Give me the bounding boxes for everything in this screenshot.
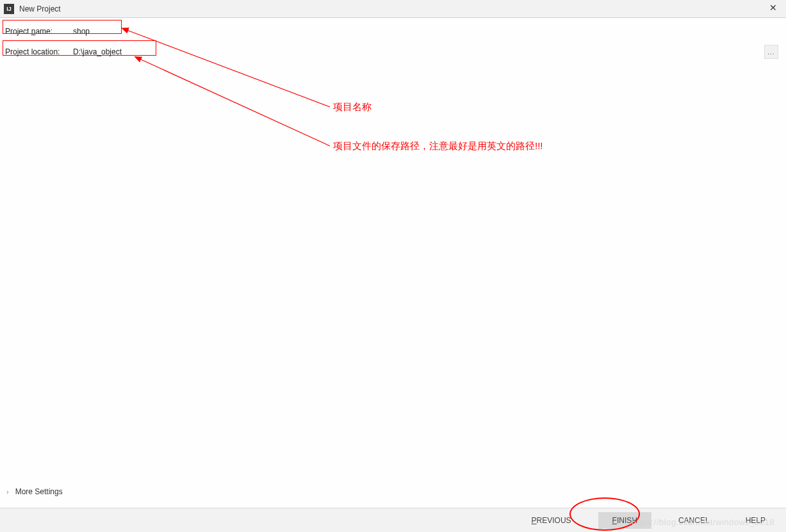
more-settings-toggle[interactable]: › More Settings xyxy=(6,487,63,496)
project-location-row: Project location: ... xyxy=(0,44,786,60)
project-name-label: Project name: xyxy=(5,27,69,36)
window-title: New Project xyxy=(19,4,61,13)
label-part: ame: xyxy=(35,27,53,36)
help-button[interactable]: HELP xyxy=(737,512,774,529)
project-location-label: Project location: xyxy=(5,47,69,56)
more-settings-label: More Settings xyxy=(15,487,63,496)
label-part: Project xyxy=(5,47,31,56)
label-part: ocation: xyxy=(33,47,60,56)
titlebar: IJ New Project ✕ xyxy=(0,0,786,18)
btn-text: INISH xyxy=(617,516,637,525)
previous-button[interactable]: PREVIOUS xyxy=(523,512,580,529)
project-name-input[interactable] xyxy=(69,25,781,38)
project-location-input[interactable] xyxy=(69,45,764,58)
annotation-text-name: 项目名称 xyxy=(333,101,372,113)
project-name-row: Project name: xyxy=(0,23,786,40)
footer: PREVIOUS FINISH CANCEL HELP xyxy=(0,508,786,532)
app-icon: IJ xyxy=(4,4,14,14)
btn-mnemonic: F xyxy=(612,516,617,525)
chevron-right-icon: › xyxy=(6,488,9,496)
annotation-text-location: 项目文件的保存路径，注意最好是用英文的路径!!! xyxy=(333,140,543,152)
cancel-button[interactable]: CANCEL xyxy=(669,512,719,529)
btn-text: REVIOUS xyxy=(537,516,571,525)
content-area: Project name: Project location: ... › Mo… xyxy=(0,18,786,508)
finish-button[interactable]: FINISH xyxy=(598,512,651,529)
btn-mnemonic: P xyxy=(532,516,537,525)
label-part: Project xyxy=(5,27,31,36)
close-icon[interactable]: ✕ xyxy=(767,3,780,13)
browse-button[interactable]: ... xyxy=(764,45,778,59)
